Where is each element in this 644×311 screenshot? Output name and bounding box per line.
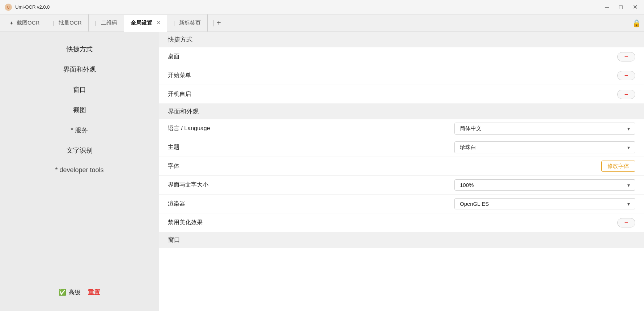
sidebar-item-ui[interactable]: 界面和外观	[0, 59, 159, 80]
toggle-minus-desktop: −	[624, 54, 628, 60]
sidebar-label-ui: 界面和外观	[63, 66, 96, 73]
sidebar-item-window[interactable]: 窗口	[0, 80, 159, 100]
setting-row-startmenu: 开始菜单 −	[159, 66, 644, 85]
tabbar-right: 🔒	[632, 19, 641, 27]
dropdown-renderer[interactable]: OpenGL ES ▾	[454, 198, 635, 209]
sidebar-label-screenshot: 截图	[73, 106, 86, 114]
setting-label-nobeautify: 禁用美化效果	[168, 219, 617, 226]
dropdown-value-language: 简体中文	[460, 125, 482, 132]
tab-sep-new: |	[174, 20, 175, 26]
section-header-ui: 界面和外观	[159, 104, 644, 119]
sidebar-item-shortcuts[interactable]: 快捷方式	[0, 39, 159, 59]
setting-control-startup: −	[617, 90, 635, 99]
chevron-down-icon-theme: ▾	[627, 145, 630, 150]
tab-label-batch: 批量OCR	[59, 20, 81, 26]
content-area: 快捷方式 桌面 − 开始菜单 − 开机自启 −	[159, 32, 644, 311]
setting-control-renderer: OpenGL ES ▾	[454, 198, 635, 209]
pin-icon: ✦	[9, 20, 14, 26]
tab-screenshot[interactable]: ✦ 截图OCR	[3, 14, 46, 31]
sidebar-label-ocr: 文字识别	[67, 147, 93, 154]
dropdown-value-theme: 珍珠白	[460, 144, 476, 151]
maximize-button[interactable]: □	[617, 3, 625, 11]
section-header-shortcuts: 快捷方式	[159, 32, 644, 47]
toggle-minus-startmenu: −	[624, 72, 628, 79]
setting-row-theme: 主题 珍珠白 ▾	[159, 138, 644, 157]
setting-control-uisize: 100% ▾	[454, 179, 635, 191]
tab-label-newtab: 新标签页	[179, 20, 201, 26]
lock-icon[interactable]: 🔒	[632, 19, 641, 27]
minimize-button[interactable]: ─	[603, 3, 611, 11]
setting-label-theme: 主题	[168, 144, 454, 151]
toggle-nobeautify[interactable]: −	[617, 218, 635, 227]
setting-row-nobeautify: 禁用美化效果 −	[159, 213, 644, 232]
setting-label-font: 字体	[168, 162, 601, 170]
sidebar-label-devtools: * developer tools	[55, 166, 103, 174]
svg-text:U: U	[7, 5, 9, 9]
tab-add-sep: |	[213, 19, 215, 27]
setting-row-uisize: 界面与文字大小 100% ▾	[159, 176, 644, 195]
dropdown-language[interactable]: 简体中文 ▾	[454, 123, 635, 135]
tab-label-settings: 全局设置	[131, 20, 152, 26]
setting-control-theme: 珍珠白 ▾	[454, 141, 635, 153]
setting-label-startup: 开机自启	[168, 90, 617, 98]
tab-add-button[interactable]: | +	[208, 14, 226, 31]
tab-label-qrcode: 二维码	[101, 20, 117, 26]
app-title: Umi-OCR v2.0.0	[15, 4, 50, 10]
setting-label-startmenu: 开始菜单	[168, 72, 617, 79]
dropdown-theme[interactable]: 珍珠白 ▾	[454, 141, 635, 153]
sidebar-item-service[interactable]: * 服务	[0, 120, 159, 140]
section-title-ui: 界面和外观	[168, 108, 199, 115]
advanced-button[interactable]: ✅ 高级	[59, 288, 81, 297]
chevron-down-icon-language: ▾	[627, 126, 630, 132]
tab-newtab[interactable]: | 新标签页	[167, 14, 208, 31]
dropdown-value-renderer: OpenGL ES	[460, 201, 489, 207]
titlebar-controls: ─ □ ✕	[603, 3, 640, 11]
toggle-desktop[interactable]: −	[617, 52, 635, 61]
sidebar-item-ocr[interactable]: 文字识别	[0, 140, 159, 161]
tabbar: ✦ 截图OCR | 批量OCR | 二维码 全局设置 ✕ | 新标签页 | + …	[0, 14, 644, 32]
chevron-down-icon-renderer: ▾	[627, 201, 630, 207]
dropdown-uisize[interactable]: 100% ▾	[454, 179, 635, 191]
sidebar-item-devtools[interactable]: * developer tools	[0, 161, 159, 180]
setting-label-desktop: 桌面	[168, 53, 617, 60]
tab-qrcode[interactable]: | 二维码	[89, 14, 124, 31]
section-title-window: 窗口	[168, 237, 180, 243]
change-font-button[interactable]: 修改字体	[601, 161, 635, 172]
tab-sep-qr: |	[95, 20, 97, 26]
titlebar: U Umi-OCR v2.0.0 ─ □ ✕	[0, 0, 644, 14]
add-tab-icon: +	[217, 19, 221, 27]
setting-control-desktop: −	[617, 52, 635, 61]
chevron-down-icon-uisize: ▾	[627, 182, 630, 188]
setting-control-font: 修改字体	[601, 161, 635, 172]
section-header-window: 窗口	[159, 232, 644, 248]
close-button[interactable]: ✕	[631, 3, 640, 11]
section-title-shortcuts: 快捷方式	[168, 36, 192, 43]
setting-row-renderer: 渲染器 OpenGL ES ▾	[159, 195, 644, 213]
tab-batch[interactable]: | 批量OCR	[46, 14, 88, 31]
toggle-minus-nobeautify: −	[624, 220, 628, 226]
setting-label-language: 语言 / Language	[168, 125, 454, 132]
advanced-label: 高级	[68, 288, 81, 297]
sidebar-bottom: ✅ 高级 重置	[0, 281, 159, 304]
setting-label-renderer: 渲染器	[168, 200, 454, 208]
sidebar-item-screenshot[interactable]: 截图	[0, 100, 159, 120]
titlebar-left: U Umi-OCR v2.0.0	[4, 3, 50, 11]
app-logo: U	[4, 3, 12, 11]
setting-control-startmenu: −	[617, 71, 635, 80]
toggle-startmenu[interactable]: −	[617, 71, 635, 80]
tab-close-settings[interactable]: ✕	[157, 20, 160, 25]
tab-label-screenshot: 截图OCR	[17, 20, 39, 26]
tab-settings[interactable]: 全局设置 ✕	[124, 15, 167, 32]
setting-control-language: 简体中文 ▾	[454, 123, 635, 135]
dropdown-value-uisize: 100%	[460, 182, 474, 188]
sidebar: 快捷方式 界面和外观 窗口 截图 * 服务 文字识别 * developer t…	[0, 32, 159, 311]
advanced-check-icon: ✅	[59, 289, 66, 296]
reset-button[interactable]: 重置	[88, 288, 100, 297]
setting-row-language: 语言 / Language 简体中文 ▾	[159, 119, 644, 138]
toggle-startup[interactable]: −	[617, 90, 635, 99]
sidebar-label-service: * 服务	[71, 127, 88, 134]
setting-row-desktop: 桌面 −	[159, 47, 644, 66]
setting-control-nobeautify: −	[617, 218, 635, 227]
sidebar-label-window: 窗口	[73, 86, 86, 93]
setting-row-startup: 开机自启 −	[159, 85, 644, 104]
